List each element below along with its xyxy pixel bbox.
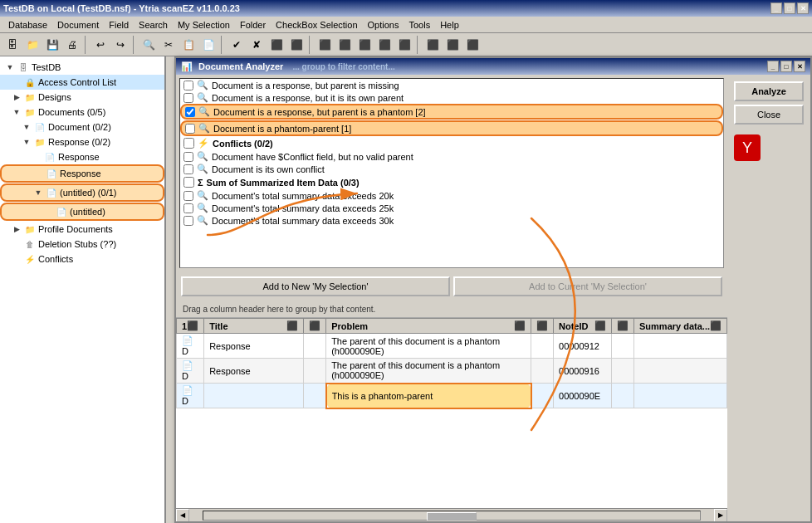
check-section-conflicts[interactable]: ⚡ Conflicts (0/2) (180, 136, 723, 150)
tb-btn-8[interactable]: ✂ (159, 36, 178, 54)
expand-icon-profile-docs[interactable]: ▶ (10, 225, 23, 233)
sidebar-item-response-group[interactable]: ▼ 📁 Response (0/2) (0, 134, 164, 149)
hscroll-right-button[interactable]: ▶ (714, 509, 727, 522)
checkbox-4[interactable] (185, 124, 195, 134)
tb-btn-13[interactable]: ⬛ (267, 36, 286, 54)
checkbox-9[interactable] (183, 216, 193, 226)
table-row[interactable]: 📄D This is a phantom-parent 0000090E (177, 384, 727, 408)
checkbox-3[interactable] (185, 107, 195, 117)
check-row-6[interactable]: 🔍 Document is its own conflict (180, 163, 723, 175)
tb-btn-22[interactable]: ⬛ (463, 36, 482, 54)
sidebar-item-conflicts[interactable]: ⚡ Conflicts (0, 252, 164, 266)
check-row-3[interactable]: 🔍 Document is a response, but parent is … (180, 104, 723, 120)
dialog-close-button[interactable]: ✕ (794, 61, 805, 72)
expand-icon-document[interactable]: ▼ (20, 123, 33, 131)
tb-btn-14[interactable]: ⬛ (287, 36, 306, 54)
add-current-selection-button[interactable]: Add to Current 'My Selection' (453, 276, 722, 296)
menu-options[interactable]: Options (363, 18, 404, 32)
checklist-scroll[interactable]: 🔍 Document is a response, but parent is … (179, 78, 724, 268)
tb-btn-15[interactable]: ⬛ (316, 36, 334, 54)
check-row-2[interactable]: 🔍 Document is a response, but it is its … (180, 91, 723, 104)
analyze-button[interactable]: Analyze (734, 81, 804, 101)
col-title-sort[interactable]: ⬛ (304, 319, 326, 334)
expand-icon-designs[interactable]: ▶ (10, 93, 23, 101)
hscroll-left-button[interactable]: ◀ (176, 509, 189, 522)
tb-btn-21[interactable]: ⬛ (443, 36, 462, 54)
sidebar-item-acl[interactable]: 🔒 Access Control List (0, 75, 164, 90)
tb-btn-20[interactable]: ⬛ (423, 36, 442, 54)
results-table[interactable]: 1⬛ Title⬛ ⬛ Problem⬛ ⬛ NoteID⬛ ⬛ Summary… (176, 318, 727, 508)
tb-btn-10[interactable]: 📄 (199, 36, 218, 54)
check-row-4[interactable]: 🔍 Document is a phantom-parent [1] (180, 120, 723, 136)
col-type[interactable]: 1⬛ (177, 319, 204, 334)
tree-root[interactable]: ▼ 🗄 TestDB (0, 60, 164, 75)
tb-btn-11[interactable]: ✔ (227, 36, 246, 54)
checkbox-conflicts[interactable] (183, 138, 194, 149)
hscroll-thumb[interactable] (427, 512, 477, 521)
menu-tools[interactable]: Tools (404, 18, 435, 32)
tb-btn-17[interactable]: ⬛ (355, 36, 374, 54)
maximize-button[interactable]: □ (784, 2, 795, 14)
sidebar-item-deletion-stubs[interactable]: 🗑 Deletion Stubs (??) (0, 237, 164, 252)
expand-icon-root[interactable]: ▼ (3, 63, 17, 71)
checkbox-2[interactable] (183, 93, 193, 103)
col-problem[interactable]: Problem⬛ (326, 319, 531, 334)
col-noteid-sort[interactable]: ⬛ (612, 319, 634, 334)
check-row-7[interactable]: 🔍 Document's total summary data exceeds … (180, 189, 723, 202)
checkbox-sum[interactable] (183, 177, 194, 188)
tb-btn-12[interactable]: ✘ (247, 36, 266, 54)
tb-btn-7[interactable]: 🔍 (139, 36, 158, 54)
menu-document[interactable]: Document (52, 18, 104, 32)
check-row-9[interactable]: 🔍 Document's total summary data exceeds … (180, 214, 723, 227)
hscroll-track[interactable] (203, 511, 701, 521)
checkbox-1[interactable] (183, 81, 193, 90)
tb-btn-18[interactable]: ⬛ (375, 36, 394, 54)
sidebar-item-untitled2[interactable]: 📄 (untitled) (0, 203, 164, 221)
close-button[interactable]: Close (734, 105, 804, 125)
check-row-8[interactable]: 🔍 Document's total summary data exceeds … (180, 202, 723, 214)
checkbox-8[interactable] (183, 203, 193, 213)
menu-help[interactable]: Help (435, 18, 464, 32)
table-row[interactable]: 📄D Response The parent of this document … (177, 334, 727, 359)
sidebar-item-documents[interactable]: ▼ 📁 Documents (0/5) (0, 105, 164, 120)
col-problem-sort[interactable]: ⬛ (531, 319, 554, 334)
tb-btn-16[interactable]: ⬛ (335, 36, 354, 54)
check-row-5[interactable]: 🔍 Document have $Conflict field, but no … (180, 150, 723, 163)
col-summary[interactable]: Summary data...⬛ (634, 319, 727, 334)
minimize-button[interactable]: _ (770, 2, 782, 14)
menu-field[interactable]: Field (104, 18, 134, 32)
col-noteid[interactable]: NoteID⬛ (554, 319, 612, 334)
dialog-maximize-button[interactable]: □ (780, 61, 792, 72)
tb-btn-3[interactable]: 💾 (43, 36, 61, 54)
expand-icon-response-group[interactable]: ▼ (20, 138, 33, 146)
sidebar-item-response1[interactable]: 📄 Response (0, 149, 164, 164)
add-new-selection-button[interactable]: Add to New 'My Selection' (181, 276, 450, 296)
tb-btn-5[interactable]: ↩ (91, 36, 110, 54)
tb-btn-2[interactable]: 📁 (23, 36, 42, 54)
close-button[interactable]: ✕ (797, 2, 809, 14)
tb-btn-1[interactable]: 🗄 (3, 36, 22, 54)
check-section-sum[interactable]: Σ Sum of Summarized Item Data (0/3) (180, 175, 723, 189)
sidebar-item-document[interactable]: ▼ 📄 Document (0/2) (0, 120, 164, 134)
checkbox-6[interactable] (183, 164, 193, 174)
tb-btn-9[interactable]: 📋 (179, 36, 198, 54)
sidebar-item-response2[interactable]: 📄 Response (0, 164, 164, 183)
menu-checkbox-selection[interactable]: CheckBox Selection (271, 18, 362, 32)
col-title[interactable]: Title⬛ (204, 319, 304, 334)
checkbox-5[interactable] (183, 152, 193, 162)
table-row[interactable]: 📄D Response The parent of this document … (177, 359, 727, 384)
menu-database[interactable]: Database (3, 18, 52, 32)
dialog-minimize-button[interactable]: _ (767, 61, 779, 72)
menu-folder[interactable]: Folder (235, 18, 271, 32)
expand-icon-documents[interactable]: ▼ (10, 108, 23, 116)
sidebar-item-designs[interactable]: ▶ 📁 Designs (0, 90, 164, 105)
expand-icon-untitled1[interactable]: ▼ (32, 188, 45, 197)
tb-btn-6[interactable]: ↪ (111, 36, 130, 54)
menu-search[interactable]: Search (134, 18, 173, 32)
tb-btn-19[interactable]: ⬛ (395, 36, 413, 54)
sidebar-item-untitled1[interactable]: ▼ 📄 (untitled) (0/1) (0, 183, 164, 202)
check-row-1[interactable]: 🔍 Document is a response, but parent is … (180, 79, 723, 91)
tb-btn-4[interactable]: 🖨 (63, 36, 81, 54)
menu-my-selection[interactable]: My Selection (173, 18, 235, 32)
checkbox-7[interactable] (183, 191, 193, 201)
